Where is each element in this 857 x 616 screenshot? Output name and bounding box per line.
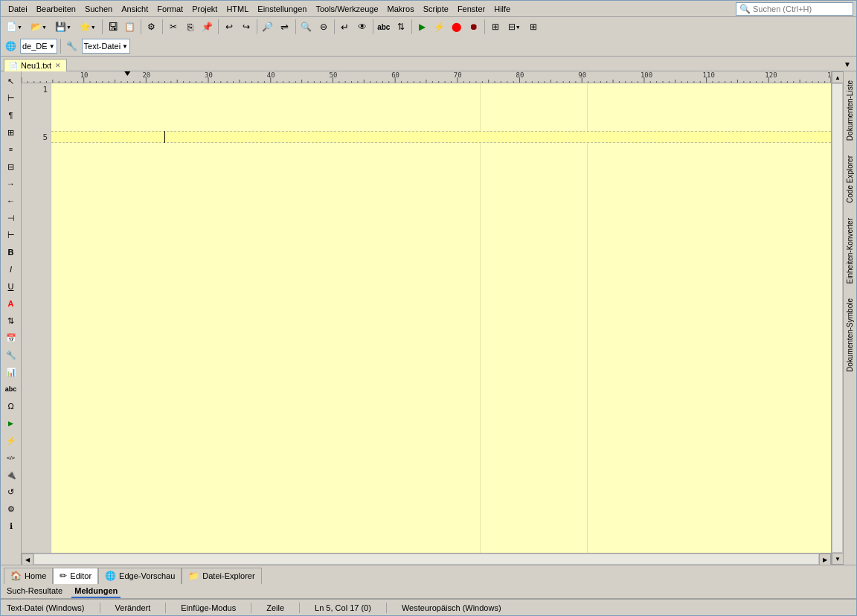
wrap-btn[interactable]: ↵: [337, 19, 353, 35]
lt-plugin-btn[interactable]: 🔌: [3, 466, 19, 483]
copy-file-btn[interactable]: 📋: [122, 19, 138, 35]
run-btn[interactable]: ▶: [414, 19, 431, 35]
sidebar-tab-dokumentenliste[interactable]: Dokumenten-Liste: [844, 74, 856, 147]
undo-btn[interactable]: ↩: [221, 19, 237, 35]
lt-indent-btn[interactable]: →: [3, 176, 19, 192]
lt-bold-btn[interactable]: B: [3, 244, 19, 260]
lt-col-btn[interactable]: ⊢: [3, 90, 19, 106]
table3-btn[interactable]: ⊟ ▼: [504, 19, 524, 35]
document-tab[interactable]: 📄 Neu1.txt ✕: [4, 59, 67, 71]
menu-fenster[interactable]: Fenster: [453, 4, 490, 14]
paste-btn[interactable]: 📌: [199, 19, 216, 35]
bookmark-btn[interactable]: ⭐ ▼: [76, 19, 100, 35]
bottom-tab-home[interactable]: 🏠 Home: [4, 568, 53, 584]
lt-chart-btn[interactable]: 📊: [3, 364, 19, 380]
bottom-tab-explorer[interactable]: 📁 Datei-Explorer: [182, 568, 261, 584]
lt-script-btn[interactable]: ⚡: [3, 432, 19, 449]
lt-refresh-btn[interactable]: ↺: [3, 484, 19, 500]
lt-color-btn[interactable]: A: [3, 295, 19, 312]
find-btn[interactable]: 🔎: [260, 19, 276, 35]
open-button[interactable]: 📂 ▼: [27, 19, 51, 35]
menu-einstellungen[interactable]: Einstellungen: [253, 4, 311, 14]
menu-hilfe[interactable]: Hilfe: [490, 4, 515, 14]
lt-italic-btn[interactable]: I: [3, 261, 19, 277]
grid-btn[interactable]: ⊞: [525, 19, 542, 35]
text-editor[interactable]: [51, 83, 831, 553]
filetype-dropdown[interactable]: Text-Datei ▼: [82, 39, 130, 54]
paste-icon: 📌: [202, 22, 213, 32]
lt-para-icon: ¶: [9, 111, 13, 120]
menu-bearbeiten[interactable]: Bearbeiten: [32, 4, 80, 14]
settings-btn[interactable]: ⚙: [144, 19, 160, 35]
lang-dropdown[interactable]: de_DE ▼: [20, 39, 57, 54]
spell-btn[interactable]: abc: [376, 19, 392, 35]
lt-date-btn[interactable]: 📅: [3, 330, 19, 346]
scroll-track-v[interactable]: [832, 83, 843, 553]
lt-underline-btn[interactable]: U: [3, 278, 19, 295]
panel-tab-meldungen[interactable]: Meldungen: [71, 584, 121, 598]
scroll-left-btn[interactable]: ◀: [22, 554, 33, 565]
menu-projekt[interactable]: Projekt: [187, 4, 222, 14]
right-sidebar: Dokumenten-Liste Code Explorer Einheiten…: [843, 71, 856, 565]
zoom-out-btn[interactable]: ⊖: [315, 19, 332, 35]
bottom-tab-edge[interactable]: 🌐 Edge-Vorschau: [98, 568, 182, 584]
lt-align-left-btn[interactable]: ⊣: [3, 210, 19, 226]
replace-btn[interactable]: ⇌: [277, 19, 293, 35]
lt-info-icon: ℹ: [10, 522, 13, 531]
text-editor-wrapper: [51, 83, 831, 553]
sep10: [484, 19, 485, 34]
record-btn[interactable]: ⏺: [466, 19, 482, 35]
tab-scroll-down-btn[interactable]: ▼: [841, 59, 853, 71]
menu-ansicht[interactable]: Ansicht: [117, 4, 153, 14]
sidebar-tab-dokumentensymbole[interactable]: Dokumenten-Symbole: [844, 292, 856, 379]
doc-tab-close[interactable]: ✕: [54, 62, 62, 69]
panel-tab-suchresultate[interactable]: Such-Resultate: [4, 584, 65, 598]
sidebar-tab-codeexplorer[interactable]: Code Explorer: [844, 149, 856, 210]
bottom-tab-editor[interactable]: ✏ Editor: [53, 568, 98, 584]
preview-btn[interactable]: 👁: [354, 19, 370, 35]
save-btn-group[interactable]: 💾 ▼: [51, 19, 75, 35]
lt-sort-btn[interactable]: ⇅: [3, 312, 19, 329]
menu-suchen[interactable]: Suchen: [80, 4, 117, 14]
scroll-down-btn[interactable]: ▼: [832, 553, 844, 565]
lt-para-btn[interactable]: ¶: [3, 107, 19, 123]
menu-scripte[interactable]: Scripte: [419, 4, 453, 14]
menu-format[interactable]: Format: [153, 4, 187, 14]
lt-list-btn[interactable]: ≡: [3, 141, 19, 158]
table2-btn[interactable]: ⊞: [487, 19, 504, 35]
lt-omega-btn[interactable]: Ω: [3, 398, 19, 414]
lt-arrow-btn[interactable]: ↖: [3, 73, 19, 89]
menu-datei[interactable]: Datei: [4, 4, 32, 14]
sidebar-tab-einheitenkonverter[interactable]: Einheiten-Konverter: [844, 211, 856, 290]
scroll-right-btn[interactable]: ▶: [819, 554, 831, 565]
lt-html-btn[interactable]: </>: [3, 449, 19, 466]
menu-html[interactable]: HTML: [222, 4, 253, 14]
lt-align-right-btn[interactable]: ⊢: [3, 227, 19, 243]
grid-icon: ⊞: [530, 22, 537, 32]
lt-config-btn[interactable]: ⚙: [3, 501, 19, 517]
sort-btn[interactable]: ⇅: [393, 19, 409, 35]
lt-run-btn[interactable]: ▶: [3, 415, 19, 431]
new-button[interactable]: 📄 ▼: [2, 19, 26, 35]
find-icon: 🔎: [262, 22, 273, 32]
redo-btn[interactable]: ↪: [238, 19, 254, 35]
copy-btn[interactable]: ⎘: [182, 19, 199, 35]
scroll-track-h[interactable]: [33, 554, 819, 565]
search-input[interactable]: [753, 4, 850, 13]
lt-spell-btn[interactable]: abc: [3, 381, 19, 397]
zoom-in-btn[interactable]: 🔍: [298, 19, 315, 35]
menu-tools[interactable]: Tools/Werkzeuge: [311, 4, 382, 14]
lt-outdent-btn[interactable]: ←: [3, 193, 19, 209]
lt-info-btn[interactable]: ℹ: [3, 518, 19, 534]
lt-tools2-btn[interactable]: 🔧: [3, 347, 19, 363]
cut-btn[interactable]: ✂: [165, 19, 182, 35]
save-file-btn[interactable]: 🖫: [105, 19, 121, 35]
lt-table-btn[interactable]: ⊞: [3, 124, 19, 141]
lt-numlist-btn[interactable]: ⊟: [3, 158, 19, 175]
search-box[interactable]: 🔍: [736, 2, 853, 16]
debug-btn[interactable]: ⚡: [431, 19, 448, 35]
menu-makros[interactable]: Makros: [383, 4, 419, 14]
stop-btn[interactable]: ⬤: [449, 19, 465, 35]
scroll-up-btn[interactable]: ▲: [832, 71, 844, 83]
doc-tab-icon: 📄: [9, 62, 18, 70]
